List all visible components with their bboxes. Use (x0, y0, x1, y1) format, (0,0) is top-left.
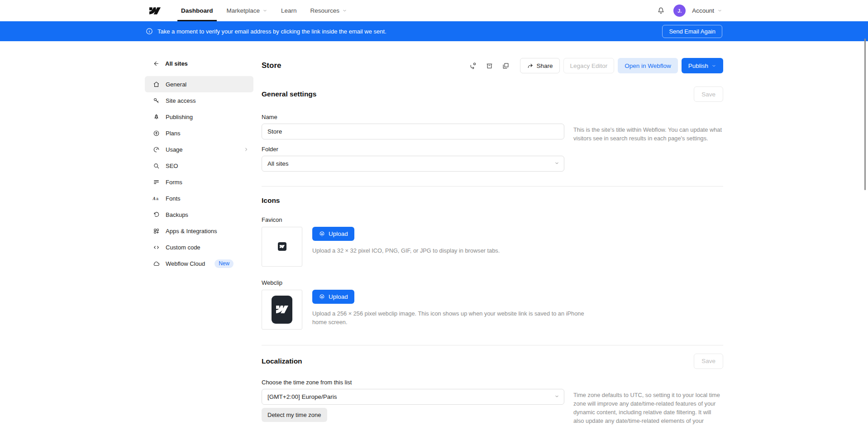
notifications-bell-icon[interactable] (654, 5, 667, 17)
nav-item-label: Resources (310, 7, 340, 14)
chevron-down-icon (262, 8, 267, 13)
favicon-webflow-mark-icon (278, 242, 286, 251)
sidebar-item-label: Apps & Integrations (166, 228, 217, 235)
sidebar-item-backups[interactable]: Backups (145, 206, 253, 223)
share-label: Share (537, 62, 553, 69)
sidebar-item-label: Site access (166, 97, 196, 104)
chevron-down-icon (554, 161, 559, 166)
section-divider (262, 186, 723, 187)
publish-button[interactable]: Publish (682, 58, 723, 73)
info-icon (146, 28, 153, 35)
plans-icon (153, 130, 160, 137)
sidebar-item-label: Webflow Cloud (166, 260, 205, 267)
folder-select-value: All sites (267, 160, 289, 167)
timezone-select-value: [GMT+2:00] Europe/Paris (267, 393, 337, 400)
upload-icon (319, 293, 325, 300)
account-label: Account (692, 7, 714, 14)
fonts-icon: Aa (153, 195, 160, 202)
sidebar-item-general[interactable]: General (145, 76, 253, 92)
timezone-label: Choose the time zone from this list (262, 379, 723, 386)
name-help-text: This is the site's title within Webflow.… (573, 124, 723, 143)
new-badge: New (215, 259, 234, 268)
nav-item-marketplace[interactable]: Marketplace (227, 0, 268, 21)
duplicate-site-icon[interactable] (500, 60, 512, 72)
sidebar-item-label: Forms (166, 179, 182, 186)
send-email-again-button[interactable]: Send Email Again (662, 25, 722, 38)
chevron-down-icon (711, 63, 716, 68)
open-in-webflow-button[interactable]: Open in Webflow (618, 58, 678, 73)
share-button[interactable]: Share (520, 58, 560, 73)
sidebar-item-apps-integrations[interactable]: Apps & Integrations (145, 223, 253, 239)
upload-icon (319, 230, 325, 237)
timezone-select[interactable]: [GMT+2:00] Europe/Paris (262, 389, 564, 405)
sidebar-item-custom-code[interactable]: Custom code (145, 239, 253, 255)
chevron-down-icon (717, 8, 722, 13)
nav-item-label: Dashboard (181, 7, 213, 14)
usage-icon (153, 146, 160, 153)
transfer-site-icon[interactable] (467, 60, 479, 72)
timezone-help-text: Time zone defaults to UTC, so setting it… (573, 389, 723, 426)
forms-icon (153, 179, 160, 186)
name-field-label: Name (262, 114, 723, 120)
localization-save-button[interactable]: Save (694, 354, 723, 369)
home-icon (153, 81, 160, 88)
sidebar-item-plans[interactable]: Plans (145, 125, 253, 141)
settings-content: Store Share Legacy Editor Open in Webflo… (262, 41, 723, 426)
chevron-down-icon (342, 8, 347, 13)
nav-item-learn[interactable]: Learn (281, 0, 297, 21)
vertical-scrollbar[interactable] (864, 38, 866, 190)
webflow-logo-icon[interactable] (149, 7, 161, 14)
webclip-upload-button[interactable]: Upload (312, 290, 354, 304)
legacy-editor-button[interactable]: Legacy Editor (563, 58, 615, 73)
folder-field-label: Folder (262, 146, 723, 153)
site-name-input[interactable] (262, 124, 564, 139)
sidebar-item-label: Custom code (166, 244, 200, 251)
nav-item-dashboard[interactable]: Dashboard (181, 0, 213, 21)
archive-site-icon[interactable] (484, 60, 496, 72)
favicon-upload-button[interactable]: Upload (312, 227, 354, 241)
webclip-label: Webclip (262, 279, 723, 286)
section-divider (262, 345, 723, 345)
account-menu[interactable]: Account (692, 7, 722, 14)
svg-text:a: a (156, 196, 158, 201)
backups-icon (153, 211, 160, 218)
chevron-down-icon (554, 394, 559, 399)
sidebar-item-site-access[interactable]: Site access (145, 92, 253, 109)
sidebar-item-fonts[interactable]: AaFonts (145, 190, 253, 206)
page-title: Store (262, 61, 281, 70)
cloud-icon (153, 260, 160, 267)
sidebar-item-webflow-cloud[interactable]: Webflow CloudNew (145, 255, 253, 272)
icons-heading: Icons (262, 196, 723, 205)
top-navigation: DashboardMarketplaceLearnResources J. Ac… (0, 0, 868, 21)
key-icon (153, 97, 160, 104)
webclip-webflow-mark-icon (272, 296, 292, 324)
favicon-preview (262, 227, 302, 267)
sidebar-item-label: SEO (166, 163, 178, 169)
apps-icon (153, 228, 160, 235)
webclip-preview (262, 290, 302, 330)
sidebar-item-publishing[interactable]: Publishing (145, 109, 253, 125)
general-settings-heading: General settings (262, 90, 316, 98)
share-icon (527, 62, 534, 69)
folder-select[interactable]: All sites (262, 156, 564, 172)
arrow-left-icon (153, 60, 159, 67)
nav-item-label: Learn (281, 7, 297, 14)
back-to-all-sites[interactable]: All sites (145, 60, 253, 67)
nav-item-label: Marketplace (227, 7, 260, 14)
sidebar-item-seo[interactable]: SEO (145, 158, 253, 174)
favicon-upload-label: Upload (329, 230, 348, 237)
sidebar-item-label: Backups (166, 211, 188, 218)
webclip-help-text: Upload a 256 × 256 pixel webclip image. … (312, 309, 593, 326)
publish-label: Publish (688, 62, 708, 69)
nav-item-resources[interactable]: Resources (310, 0, 348, 21)
avatar[interactable]: J. (673, 5, 686, 17)
sidebar-item-usage[interactable]: Usage (145, 141, 253, 158)
detect-timezone-button[interactable]: Detect my time zone (262, 408, 327, 422)
email-verify-banner: Take a moment to verify your email addre… (0, 21, 868, 41)
favicon-help-text: Upload a 32 × 32 pixel ICO, PNG, GIF, or… (312, 246, 500, 255)
primary-nav: DashboardMarketplaceLearnResources (174, 0, 354, 21)
general-save-button[interactable]: Save (694, 86, 723, 102)
webclip-upload-label: Upload (329, 293, 348, 300)
sidebar-item-forms[interactable]: Forms (145, 174, 253, 190)
favicon-label: Favicon (262, 216, 723, 223)
